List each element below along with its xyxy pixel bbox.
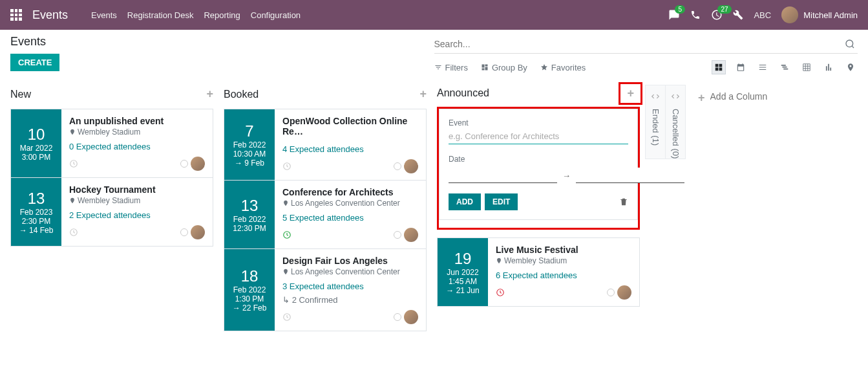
company-switcher[interactable]: ABC [754, 10, 771, 20]
card-body: OpenWood Collection Online Re… 4 Expecte… [275, 109, 426, 180]
card-footer [282, 228, 418, 242]
mini-avatar-icon[interactable] [191, 157, 205, 171]
view-gantt-button[interactable] [778, 60, 792, 74]
col-title-new[interactable]: New [10, 89, 31, 100]
edit-button[interactable]: EDIT [485, 193, 518, 210]
nav-menu-events[interactable]: Events [91, 10, 117, 20]
phone-icon[interactable] [690, 10, 701, 20]
filters-label: Filters [445, 63, 468, 72]
card-loc-text: Los Angeles Convention Center [291, 267, 400, 276]
mini-avatar-icon[interactable] [617, 285, 631, 300]
card-day: 10 [28, 126, 45, 144]
status-dot-icon[interactable] [180, 160, 188, 168]
qc-date-row: → [449, 168, 628, 183]
plus-icon[interactable]: + [206, 87, 213, 101]
card-footer [69, 225, 205, 239]
view-map-button[interactable] [843, 60, 858, 74]
card-date-block: 10 Mar 2022 3:00 PM [11, 109, 61, 177]
card-loc-text: Wembley Stadium [78, 127, 140, 137]
view-graph-button[interactable] [821, 60, 836, 74]
card-title: Conference for Architects [282, 187, 418, 197]
add-column-input[interactable] [710, 91, 801, 102]
add-button[interactable]: ADD [449, 193, 481, 210]
view-list-button[interactable] [756, 60, 770, 74]
kanban-card[interactable]: 13 Feb 2022 12:30 PM Conference for Arch… [224, 181, 427, 249]
arrow-right-icon: → [562, 171, 571, 181]
kanban-card[interactable]: 19 Jun 2022 1:45 AM → 21 Jun Live Music … [437, 237, 640, 307]
card-attendees: 3 Expected attendees [282, 281, 418, 291]
debug-icon[interactable] [733, 10, 743, 20]
quick-create-form: Event Date → ADD EDIT [439, 109, 638, 220]
apps-icon[interactable] [10, 9, 22, 21]
card-title: Live Music Festival [496, 245, 631, 255]
mini-avatar-icon[interactable] [404, 310, 418, 324]
activity-icon[interactable]: 27 [711, 9, 723, 21]
search-input[interactable] [434, 35, 843, 53]
card-time: 1:30 PM [235, 294, 264, 303]
mini-avatar-icon[interactable] [404, 159, 418, 173]
card-footer [496, 285, 631, 300]
clock-icon[interactable] [69, 228, 78, 237]
status-dot-icon[interactable] [394, 313, 401, 321]
clock-icon[interactable] [282, 162, 291, 171]
app-title[interactable]: Events [32, 8, 68, 22]
clock-icon[interactable] [496, 288, 505, 297]
card-date-block: 13 Feb 2023 2:30 PM → 14 Feb [11, 178, 61, 246]
card-month: Feb 2022 [233, 215, 266, 224]
qc-event-input[interactable] [449, 129, 628, 144]
status-dot-icon[interactable] [394, 162, 401, 170]
kanban-card[interactable]: 10 Mar 2022 3:00 PM An unpublished event… [10, 109, 213, 178]
favorites-label: Favorites [551, 63, 586, 72]
view-pivot-button[interactable] [799, 60, 814, 74]
highlight-form-box: Event Date → ADD EDIT [437, 107, 640, 230]
pin-icon [282, 200, 289, 206]
folded-col-cancelled[interactable]: Cancelled (0) [665, 85, 686, 159]
search-icon[interactable] [842, 39, 858, 49]
create-button[interactable]: CREATE [10, 54, 59, 71]
card-time: 1:45 AM [449, 277, 477, 286]
groupby-label: Group By [492, 63, 527, 72]
kanban-card[interactable]: 7 Feb 2022 10:30 AM → 9 Feb OpenWood Col… [224, 109, 427, 181]
svg-point-0 [846, 40, 853, 47]
card-location: Wembley Stadium [69, 196, 205, 205]
clock-icon[interactable] [282, 230, 291, 239]
mini-avatar-icon[interactable] [404, 228, 418, 242]
clock-icon[interactable] [282, 313, 291, 322]
discuss-badge: 5 [675, 5, 685, 14]
card-location: Los Angeles Convention Center [282, 267, 418, 276]
clock-icon[interactable] [69, 159, 78, 168]
nav-menu-configuration[interactable]: Configuration [251, 10, 301, 20]
activity-badge: 27 [717, 5, 731, 14]
folded-col-ended[interactable]: Ended (1) [645, 85, 666, 159]
plus-icon[interactable]: + [419, 87, 427, 101]
kanban-card[interactable]: 13 Feb 2023 2:30 PM → 14 Feb Hockey Tour… [10, 178, 213, 247]
favorites-button[interactable]: Favorites [540, 63, 586, 72]
cp-left: Events CREATE [10, 35, 434, 71]
col-title-announced[interactable]: Announced [437, 87, 489, 99]
qc-date-start-input[interactable] [449, 168, 557, 183]
add-column[interactable]: + [685, 85, 801, 105]
nav-menu-reporting[interactable]: Reporting [204, 10, 240, 20]
kanban-card[interactable]: 18 Feb 2022 1:30 PM → 22 Feb Design Fair… [224, 249, 427, 331]
view-calendar-button[interactable] [734, 60, 748, 74]
status-dot-icon[interactable] [607, 289, 615, 296]
user-menu[interactable]: Mitchell Admin [781, 6, 858, 23]
mini-avatar-icon[interactable] [191, 225, 205, 239]
nav-menu-registration[interactable]: Registration Desk [127, 10, 194, 20]
kanban-col-booked: Booked + 7 Feb 2022 10:30 AM → 9 Feb Ope… [218, 85, 432, 331]
qc-date-end-input[interactable] [576, 168, 684, 183]
trash-icon[interactable] [619, 197, 628, 206]
groupby-button[interactable]: Group By [481, 63, 527, 72]
kanban-col-announced: Announced + Event Date → [432, 85, 645, 307]
pin-icon [282, 269, 289, 275]
folded-title-ended: Ended (1) [651, 109, 661, 146]
card-time: 10:30 AM [233, 149, 266, 159]
status-dot-icon[interactable] [394, 231, 401, 239]
card-month: Feb 2023 [20, 208, 53, 217]
filters-button[interactable]: Filters [434, 63, 468, 72]
status-dot-icon[interactable] [180, 228, 188, 236]
view-kanban-button[interactable] [712, 60, 726, 74]
discuss-icon[interactable]: 5 [668, 9, 680, 21]
plus-icon[interactable]: + [623, 87, 638, 100]
col-title-booked[interactable]: Booked [224, 89, 259, 100]
